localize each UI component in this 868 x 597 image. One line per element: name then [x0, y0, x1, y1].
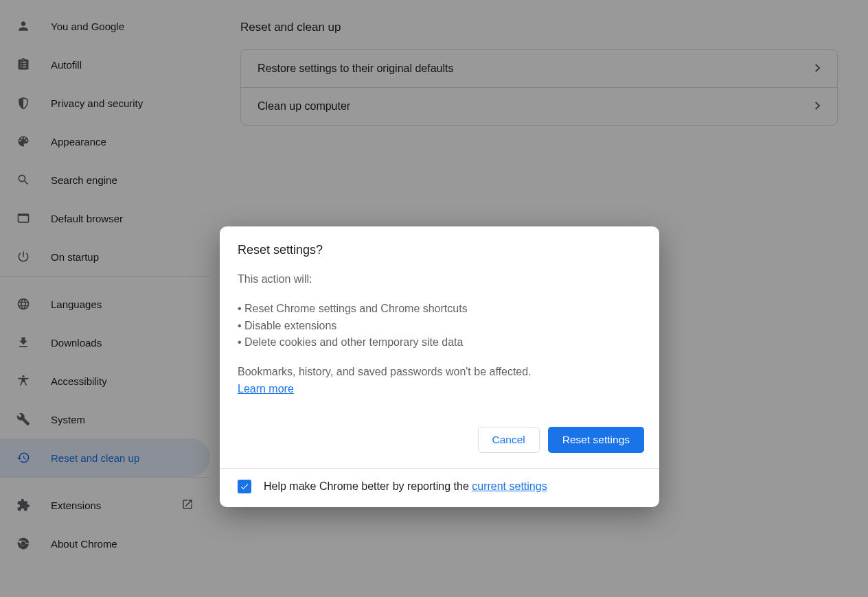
dialog-actions: Cancel Reset settings — [220, 424, 659, 468]
dialog-body: Reset settings? This action will: Reset … — [220, 226, 659, 424]
dialog-bullets: Reset Chrome settings and Chrome shortcu… — [238, 301, 641, 351]
footer-prefix: Help make Chrome better by reporting the — [264, 480, 472, 492]
dialog-note: Bookmarks, history, and saved passwords … — [238, 366, 532, 377]
current-settings-link[interactable]: current settings — [472, 480, 547, 492]
dialog-title: Reset settings? — [238, 243, 641, 257]
check-icon — [240, 482, 249, 491]
cancel-button[interactable]: Cancel — [478, 427, 540, 453]
reset-settings-button[interactable]: Reset settings — [548, 427, 644, 453]
report-settings-checkbox[interactable] — [238, 480, 251, 493]
dialog-bullet: Disable extensions — [238, 318, 641, 335]
dialog-bullet: Delete cookies and other temporary site … — [238, 334, 641, 351]
modal-scrim[interactable]: Reset settings? This action will: Reset … — [0, 0, 868, 597]
dialog-intro: This action will: — [238, 271, 641, 288]
learn-more-link[interactable]: Learn more — [238, 383, 294, 395]
dialog-bullet: Reset Chrome settings and Chrome shortcu… — [238, 301, 641, 318]
dialog-note-line: Bookmarks, history, and saved passwords … — [238, 364, 641, 398]
dialog-footer: Help make Chrome better by reporting the… — [220, 468, 659, 507]
dialog-text: This action will: Reset Chrome settings … — [238, 271, 641, 398]
reset-settings-dialog: Reset settings? This action will: Reset … — [220, 226, 659, 507]
dialog-footer-text: Help make Chrome better by reporting the… — [264, 480, 547, 493]
